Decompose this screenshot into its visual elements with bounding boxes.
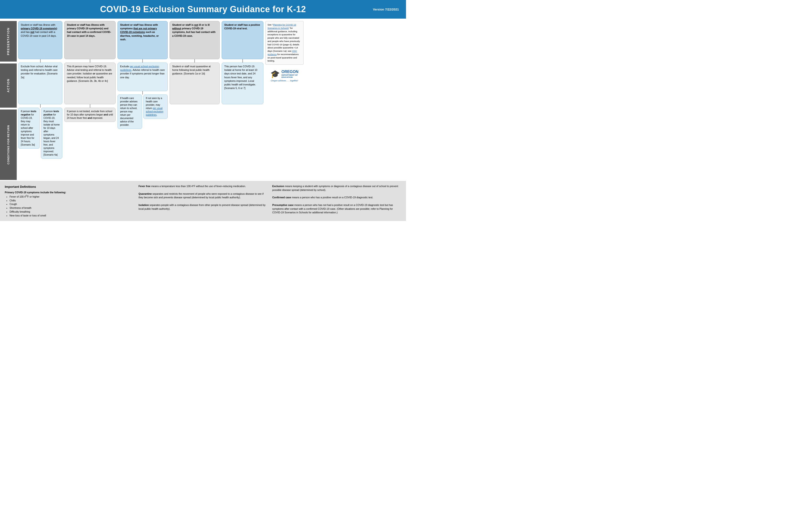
- logo-area: 🎓 OREGON DEPARTMENT OF EDUCATION Oregon …: [265, 67, 304, 84]
- def-col-1: Important Definitions Primary COVID-19 s…: [5, 184, 134, 217]
- logo-tagline: Oregon achieves . . . together!: [271, 79, 298, 82]
- list-item: Fever of 100.4OF or higher: [10, 194, 134, 198]
- list-item: New loss of taste or loss of smell: [10, 214, 134, 217]
- cond-box-1-neg: If person tests negative for COVID-19, t…: [18, 108, 40, 149]
- column-3: Student or staff has illness with sympto…: [117, 21, 168, 129]
- cond-box-3-hcp: If health care provider advises person t…: [117, 94, 142, 129]
- action-box-4: Student or staff must quarantine at home…: [170, 62, 220, 104]
- cond-box-1-pos: If person tests positive for COVID-19, t…: [41, 108, 62, 159]
- connector-2a: [90, 59, 90, 62]
- column-4: Student or staff is not ill or is ill wi…: [170, 21, 220, 104]
- connector-4a: [194, 59, 195, 62]
- action-box-2: This ill person may have COVID-19. Advis…: [64, 62, 116, 104]
- connector-3a: [142, 59, 143, 62]
- label-action: ACTION: [0, 63, 17, 108]
- list-item: Difficulty breathing: [10, 210, 134, 214]
- logo-dept1: DEPARTMENT OF: [281, 74, 298, 76]
- connector-1a: [40, 59, 41, 62]
- pres-box-5: Student or staff has a positive COVID-19…: [222, 21, 263, 59]
- def-isolation: Isolation separates people with a contag…: [139, 203, 267, 211]
- logo-icon: 🎓: [270, 70, 280, 78]
- pres-box-3: Student or staff has illness with sympto…: [117, 21, 168, 59]
- connector-5a: [242, 59, 243, 62]
- action-box-1: Exclude from school. Advise viral testin…: [18, 62, 62, 104]
- def-primary-title: Primary COVID-19 symptoms include the fo…: [5, 191, 66, 194]
- action-box-3: Exclude per usual school exclusion guide…: [117, 62, 168, 91]
- label-presentation: PRESENTATION: [0, 21, 17, 62]
- pres-box-2: Student or staff has illness with primar…: [64, 21, 116, 59]
- def-presumptive: Presumptive case means a person who has …: [272, 203, 401, 214]
- definitions-section: Important Definitions Primary COVID-19 s…: [0, 181, 406, 221]
- list-item: Cough: [10, 202, 134, 206]
- logo-dept2: EDUCATION: [281, 76, 293, 78]
- list-item: Shortness of breath: [10, 206, 134, 210]
- def-exclusion: Exclusion means keeping a student with s…: [272, 184, 401, 192]
- def-quarantine: Quarantine separates and restricts the m…: [139, 192, 267, 200]
- list-item: Chills: [10, 199, 134, 202]
- side-note: See "Planning for COVID-19 Scenarios in …: [265, 21, 304, 65]
- connector-1b: [40, 104, 41, 108]
- row-labels: PRESENTATION ACTION CONDITIONS FOR RETUR…: [0, 19, 17, 181]
- header: COVID-19 Exclusion Summary Guidance for …: [0, 0, 406, 19]
- def-primary-list: Fever of 100.4OF or higher Chills Cough …: [5, 194, 134, 217]
- column-5: Student or staff has a positive COVID-19…: [222, 21, 263, 104]
- logo-state: OREGON: [281, 70, 298, 74]
- def-confirmed: Confirmed case means a person who has a …: [272, 196, 401, 199]
- pres-box-1: Student or staff has illness with primar…: [18, 21, 62, 59]
- column-2: Student or staff has illness with primar…: [64, 21, 116, 122]
- cond-box-3-nohcp: If not seen by a health care provider, m…: [143, 94, 168, 119]
- def-fever-free: Fever free means a temperature less than…: [139, 184, 267, 188]
- label-conditions: CONDITIONS FOR RETURN: [0, 109, 17, 180]
- def-important-title: Important Definitions: [5, 184, 134, 189]
- header-version: Version 7/22/2021: [373, 7, 399, 11]
- connector-3b: [142, 91, 143, 94]
- column-1: Student or staff has illness with primar…: [18, 21, 62, 159]
- header-title: COVID-19 Exclusion Summary Guidance for …: [100, 4, 306, 14]
- action-box-5: This person has COVID-19. Isolate at hom…: [222, 62, 263, 104]
- connector-2b: [90, 104, 90, 108]
- def-col-2: Fever free means a temperature less than…: [139, 184, 267, 217]
- pres-box-4: Student or staff is not ill or is ill wi…: [170, 21, 220, 59]
- def-col-3: Exclusion means keeping a student with s…: [272, 184, 401, 217]
- cond-box-2: If person is not tested, exclude from sc…: [64, 108, 116, 122]
